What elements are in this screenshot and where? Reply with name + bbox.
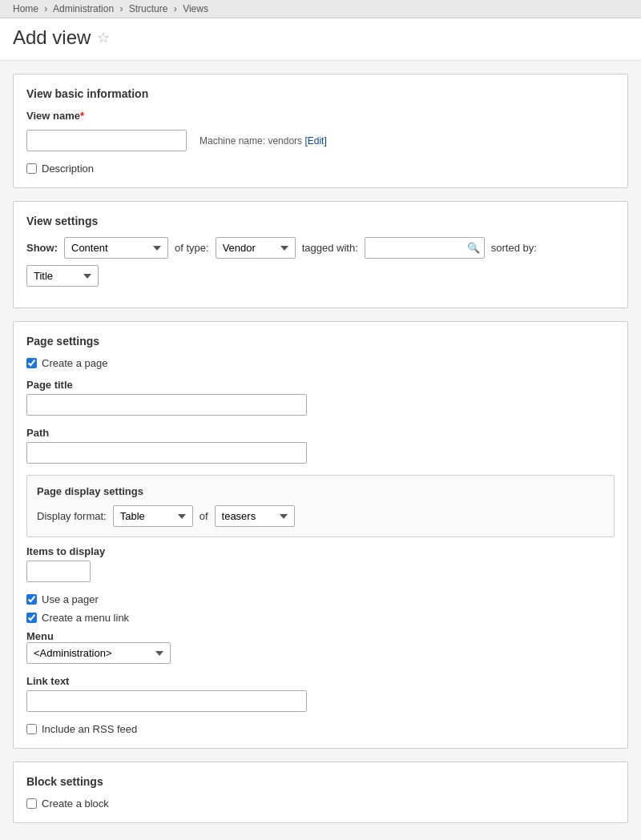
of-type-label: of type:	[175, 242, 209, 254]
link-text-input[interactable]	[26, 690, 307, 712]
items-to-display-label: Items to display	[26, 545, 615, 557]
include-rss-row: Include an RSS feed	[26, 723, 615, 735]
sorted-by-select[interactable]: TitleDateAuthor	[26, 265, 99, 287]
page-header: Add view ☆	[0, 18, 641, 61]
menu-field: Menu <Administration><Main navigation><F…	[26, 630, 615, 664]
page-settings-title: Page settings	[26, 335, 615, 348]
create-page-label[interactable]: Create a page	[42, 357, 107, 369]
tagged-with-wrap: 🔍	[365, 237, 485, 259]
page-title: Add view	[13, 26, 91, 49]
view-basic-title: View basic information	[26, 87, 615, 100]
description-checkbox[interactable]	[26, 163, 37, 174]
create-menu-link-row: Create a menu link	[26, 612, 615, 624]
breadcrumb-structure[interactable]: Structure	[129, 3, 168, 14]
show-select[interactable]: ContentUsersTaxonomy terms	[64, 237, 168, 259]
page-display-title: Page display settings	[37, 485, 604, 497]
page-settings-section: Page settings Create a page Page title V…	[13, 321, 628, 749]
include-rss-checkbox[interactable]	[26, 724, 37, 734]
include-rss-label[interactable]: Include an RSS feed	[42, 723, 137, 735]
description-label[interactable]: Description	[42, 163, 94, 175]
create-block-label[interactable]: Create a block	[42, 798, 109, 810]
menu-select[interactable]: <Administration><Main navigation><Footer…	[26, 642, 171, 664]
page-title-field: Page title Vendors	[26, 379, 615, 416]
block-settings-section: Block settings Create a block	[13, 762, 628, 823]
breadcrumb-home[interactable]: Home	[13, 3, 38, 14]
view-basic-section: View basic information View name* Vendor…	[13, 74, 628, 188]
use-pager-row: Use a pager	[26, 593, 615, 605]
view-settings-section: View settings Show: ContentUsersTaxonomy…	[13, 201, 628, 308]
create-block-row: Create a block	[26, 798, 615, 810]
tagged-with-label: tagged with:	[302, 242, 358, 254]
favorite-icon[interactable]: ☆	[97, 29, 110, 46]
create-page-row: Create a page	[26, 357, 615, 369]
menu-label: Menu	[26, 630, 615, 642]
use-pager-label[interactable]: Use a pager	[42, 593, 99, 605]
path-label: Path	[26, 427, 615, 439]
view-settings-row: Show: ContentUsersTaxonomy terms of type…	[26, 237, 615, 287]
display-format-select[interactable]: TableGridListUnformatted	[113, 505, 193, 527]
search-icon: 🔍	[467, 242, 480, 254]
display-format-label: Display format:	[37, 510, 107, 522]
create-block-checkbox[interactable]	[26, 798, 37, 809]
show-label: Show:	[26, 242, 58, 254]
items-to-display-input[interactable]: 10	[26, 561, 91, 582]
page-title-label: Page title	[26, 379, 615, 391]
machine-name-edit-link[interactable]: [Edit]	[304, 135, 326, 147]
link-text-label: Link text	[26, 675, 615, 687]
path-input[interactable]: vendors	[26, 442, 307, 464]
page-display-card: Page display settings Display format: Ta…	[26, 475, 615, 537]
create-menu-link-label[interactable]: Create a menu link	[42, 612, 129, 624]
teasers-select[interactable]: teasersfieldsfull content	[215, 505, 295, 527]
page-title-input[interactable]: Vendors	[26, 394, 307, 416]
breadcrumb: Home › Administration › Structure › View…	[0, 0, 641, 18]
create-menu-link-checkbox[interactable]	[26, 613, 37, 623]
block-settings-title: Block settings	[26, 775, 615, 788]
items-to-display-field: Items to display 10	[26, 545, 615, 582]
view-name-field: View name* Vendors Machine name: vendors…	[26, 110, 615, 151]
breadcrumb-admin[interactable]: Administration	[53, 3, 114, 14]
view-settings-title: View settings	[26, 215, 615, 227]
view-name-input[interactable]: Vendors	[26, 130, 187, 151]
machine-name-text: Machine name: vendors [Edit]	[200, 135, 327, 147]
link-text-field: Link text	[26, 675, 615, 712]
path-field: Path vendors	[26, 427, 615, 464]
use-pager-checkbox[interactable]	[26, 594, 37, 605]
view-name-label: View name*	[26, 110, 84, 122]
description-checkbox-row: Description	[26, 163, 615, 175]
of-label: of	[200, 510, 208, 522]
create-page-checkbox[interactable]	[26, 358, 37, 368]
sorted-by-label: sorted by:	[491, 242, 537, 254]
display-format-row: Display format: TableGridListUnformatted…	[37, 505, 604, 527]
breadcrumb-views[interactable]: Views	[183, 3, 208, 14]
of-type-select[interactable]: VendorArticlePage	[216, 237, 296, 259]
